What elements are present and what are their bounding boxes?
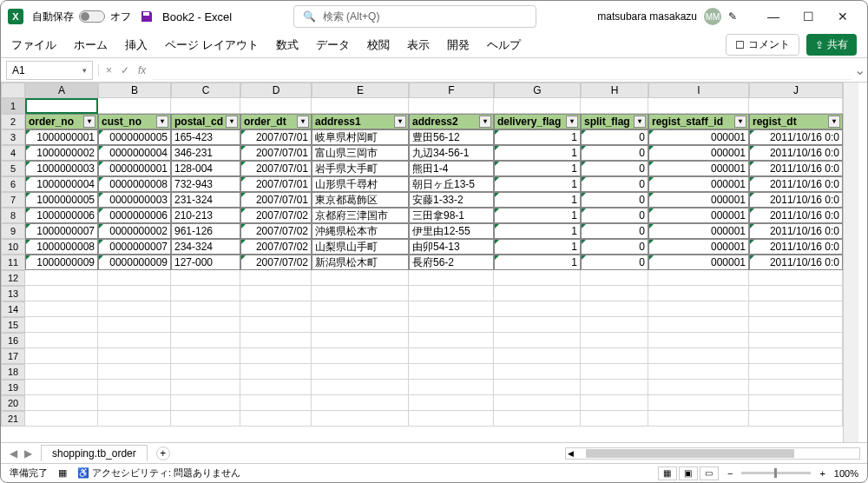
table-cell[interactable]: 由卯54-13 (409, 239, 494, 255)
table-cell[interactable]: 沖縄県松本市 (312, 223, 409, 239)
cell-G15[interactable] (494, 317, 581, 333)
cell-F1[interactable] (409, 98, 494, 114)
search-box[interactable]: 🔍 検索 (Alt+Q) (293, 5, 536, 28)
cell-A17[interactable] (25, 348, 98, 364)
cell-I18[interactable] (648, 364, 749, 380)
ribbon-tab-5[interactable]: データ (316, 34, 350, 56)
cell-I17[interactable] (648, 348, 749, 364)
select-all-corner[interactable] (1, 83, 25, 98)
table-cell[interactable]: 2007/07/02 (240, 239, 312, 255)
table-cell[interactable]: 富山県三岡市 (312, 145, 409, 161)
table-cell[interactable]: 2011/10/16 0:0 (749, 208, 843, 223)
table-cell[interactable]: 1 (494, 176, 581, 192)
cell-D13[interactable] (240, 286, 312, 301)
cell-H14[interactable] (581, 301, 648, 317)
cell-A18[interactable] (25, 364, 98, 380)
table-cell[interactable]: 2011/10/16 0:0 (749, 223, 843, 239)
cell-B1[interactable] (98, 98, 171, 114)
row-header-1[interactable]: 1 (1, 98, 25, 114)
table-header-order_dt[interactable]: order_dt (240, 114, 312, 129)
cell-H12[interactable] (581, 270, 648, 286)
table-cell[interactable]: 京都府三津国市 (312, 208, 409, 223)
table-cell[interactable]: 000001 (648, 255, 749, 270)
table-cell[interactable]: 0 (581, 145, 648, 161)
table-header-cust_no[interactable]: cust_no (98, 114, 171, 129)
cell-E19[interactable] (312, 380, 409, 395)
row-header-21[interactable]: 21 (1, 411, 25, 427)
avatar[interactable]: MM (704, 8, 721, 25)
table-cell[interactable]: 2007/07/02 (240, 208, 312, 223)
cell-J12[interactable] (749, 270, 843, 286)
cell-H17[interactable] (581, 348, 648, 364)
table-cell[interactable]: 1 (494, 129, 581, 145)
cell-D1[interactable] (240, 98, 312, 114)
row-header-6[interactable]: 6 (1, 176, 25, 192)
table-cell[interactable]: 1 (494, 208, 581, 223)
table-cell[interactable]: 1000000006 (25, 208, 98, 223)
cell-A19[interactable] (25, 380, 98, 395)
table-cell[interactable]: 0 (581, 239, 648, 255)
fx-label[interactable]: fx (138, 64, 146, 76)
cell-C21[interactable] (171, 411, 240, 427)
cell-A16[interactable] (25, 333, 98, 348)
cell-B14[interactable] (98, 301, 171, 317)
cell-E18[interactable] (312, 364, 409, 380)
cell-B20[interactable] (98, 395, 171, 411)
comment-button[interactable]: ☐ コメント (726, 34, 799, 56)
table-cell[interactable]: 000001 (648, 192, 749, 208)
cell-H15[interactable] (581, 317, 648, 333)
table-cell[interactable]: 0000000002 (98, 223, 171, 239)
table-cell[interactable]: 2007/07/01 (240, 161, 312, 176)
cell-G12[interactable] (494, 270, 581, 286)
table-header-address1[interactable]: address1 (312, 114, 409, 129)
table-cell[interactable]: 九辺34-56-1 (409, 145, 494, 161)
col-header-D[interactable]: D (240, 83, 312, 98)
table-cell[interactable]: 長府56-2 (409, 255, 494, 270)
view-page[interactable]: ▣ (679, 466, 698, 480)
row-header-17[interactable]: 17 (1, 348, 25, 364)
cell-E14[interactable] (312, 301, 409, 317)
table-cell[interactable]: 2007/07/01 (240, 176, 312, 192)
row-header-9[interactable]: 9 (1, 223, 25, 239)
cell-B16[interactable] (98, 333, 171, 348)
table-cell[interactable]: 000001 (648, 223, 749, 239)
cell-I14[interactable] (648, 301, 749, 317)
cell-I1[interactable] (648, 98, 749, 114)
table-cell[interactable]: 0 (581, 208, 648, 223)
table-cell[interactable]: 1 (494, 192, 581, 208)
cell-C14[interactable] (171, 301, 240, 317)
row-header-5[interactable]: 5 (1, 161, 25, 176)
table-cell[interactable]: 732-943 (171, 176, 240, 192)
col-header-B[interactable]: B (98, 83, 171, 98)
table-cell[interactable]: 0000000003 (98, 192, 171, 208)
row-header-8[interactable]: 8 (1, 208, 25, 223)
cell-E1[interactable] (312, 98, 409, 114)
cell-E13[interactable] (312, 286, 409, 301)
table-cell[interactable]: 0 (581, 223, 648, 239)
table-cell[interactable]: 0 (581, 176, 648, 192)
table-cell[interactable]: 1000000007 (25, 223, 98, 239)
cell-J18[interactable] (749, 364, 843, 380)
name-box[interactable]: A1▾ (6, 61, 93, 80)
table-cell[interactable]: 新潟県松木町 (312, 255, 409, 270)
table-cell[interactable]: 2011/10/16 0:0 (749, 239, 843, 255)
table-cell[interactable]: 234-324 (171, 239, 240, 255)
table-cell[interactable]: 000001 (648, 239, 749, 255)
ribbon-tab-1[interactable]: ホーム (74, 34, 108, 56)
cell-J19[interactable] (749, 380, 843, 395)
table-cell[interactable]: 豊田56-12 (409, 129, 494, 145)
cell-D14[interactable] (240, 301, 312, 317)
table-cell[interactable]: 1000000003 (25, 161, 98, 176)
col-header-C[interactable]: C (171, 83, 240, 98)
row-header-16[interactable]: 16 (1, 333, 25, 348)
cell-I16[interactable] (648, 333, 749, 348)
cell-B13[interactable] (98, 286, 171, 301)
col-header-H[interactable]: H (581, 83, 648, 98)
table-cell[interactable]: 0 (581, 192, 648, 208)
table-cell[interactable]: 210-213 (171, 208, 240, 223)
table-cell[interactable]: 2007/07/02 (240, 255, 312, 270)
table-cell[interactable]: 岐阜県村岡町 (312, 129, 409, 145)
cell-C15[interactable] (171, 317, 240, 333)
table-cell[interactable]: 山形県千尋村 (312, 176, 409, 192)
cell-F12[interactable] (409, 270, 494, 286)
